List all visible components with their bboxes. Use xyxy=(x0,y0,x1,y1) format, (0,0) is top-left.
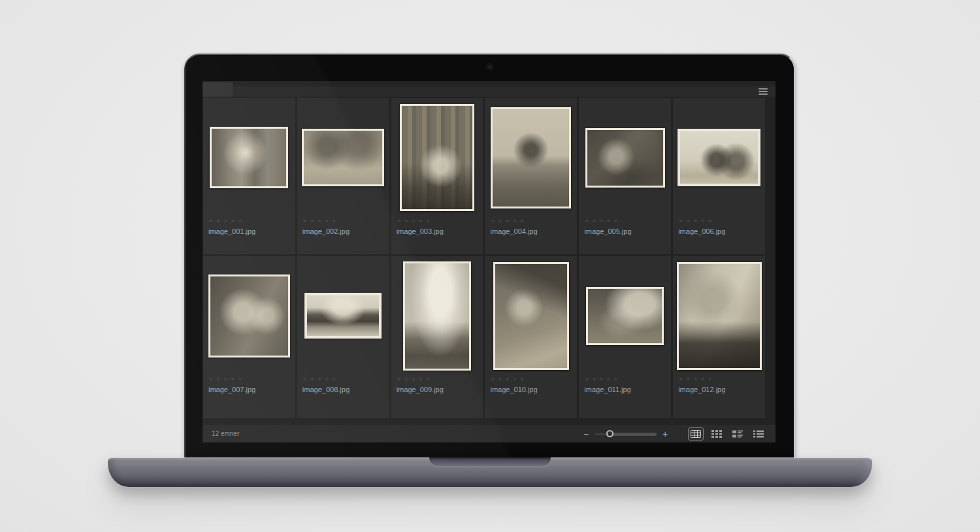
photo-filename: image_010.jpg xyxy=(490,385,577,394)
thumbnail-grid: ★★★★★ image_001.jpg ★★★★★ image_002.jpg … xyxy=(203,97,776,425)
photo-thumbnail[interactable] xyxy=(677,262,762,370)
photo-cell[interactable]: ★★★★★ image_006.jpg xyxy=(673,98,765,254)
grid-view-icon[interactable] xyxy=(688,427,704,441)
photo-cell[interactable]: ★★★★★ image_011.jpg xyxy=(579,256,671,418)
toolbar-strip xyxy=(233,86,776,97)
photo-thumbnail[interactable] xyxy=(678,129,760,186)
photo-cell[interactable]: ★★★★★ image_009.jpg xyxy=(391,256,483,418)
star-rating[interactable]: ★★★★★ xyxy=(397,375,483,384)
window-topbar xyxy=(203,81,776,97)
list-view-icon[interactable] xyxy=(751,427,766,441)
menu-icon[interactable] xyxy=(759,88,768,95)
base-notch xyxy=(429,457,551,467)
photo-thumbnail[interactable] xyxy=(400,104,474,211)
status-bar: 12 emner − + xyxy=(203,425,776,442)
photo-thumbnail[interactable] xyxy=(210,127,288,188)
thumbnail-size-slider[interactable] xyxy=(595,429,657,439)
slider-knob[interactable] xyxy=(606,430,613,437)
star-rating[interactable]: ★★★★★ xyxy=(678,217,765,225)
photo-filename: image_009.jpg xyxy=(397,385,483,394)
star-rating[interactable]: ★★★★★ xyxy=(208,217,295,225)
star-rating[interactable]: ★★★★★ xyxy=(208,375,295,384)
photo-browser-window: ★★★★★ image_001.jpg ★★★★★ image_002.jpg … xyxy=(203,81,776,442)
zoom-out-button[interactable]: − xyxy=(581,429,591,439)
photo-cell[interactable]: ★★★★★ image_001.jpg xyxy=(203,98,295,254)
photo-thumbnail[interactable] xyxy=(403,261,471,371)
photo-thumbnail[interactable] xyxy=(304,293,382,339)
thumbnail-view-icon[interactable] xyxy=(709,427,725,441)
photo-filename: image_006.jpg xyxy=(678,227,765,236)
photo-cell[interactable]: ★★★★★ image_002.jpg xyxy=(297,98,389,254)
photo-thumbnail[interactable] xyxy=(493,262,569,370)
star-rating[interactable]: ★★★★★ xyxy=(584,375,671,384)
photo-cell[interactable]: ★★★★★ image_003.jpg xyxy=(391,98,483,254)
webcam-icon xyxy=(487,64,493,69)
photo-cell[interactable]: ★★★★★ image_010.jpg xyxy=(485,256,577,418)
zoom-in-button[interactable]: + xyxy=(661,429,670,439)
star-rating[interactable]: ★★★★★ xyxy=(302,375,389,384)
photo-thumbnail[interactable] xyxy=(491,107,571,208)
star-rating[interactable]: ★★★★★ xyxy=(490,375,577,384)
item-count-label: 12 emner xyxy=(212,430,239,437)
photo-cell[interactable]: ★★★★★ image_005.jpg xyxy=(579,98,671,254)
photo-filename: image_002.jpg xyxy=(302,227,389,236)
star-rating[interactable]: ★★★★★ xyxy=(584,217,671,225)
photo-filename: image_011.jpg xyxy=(584,385,671,394)
photo-filename: image_005.jpg xyxy=(584,227,671,236)
star-rating[interactable]: ★★★★★ xyxy=(397,217,483,225)
laptop-base xyxy=(108,457,872,487)
photo-filename: image_001.jpg xyxy=(208,227,295,236)
photo-thumbnail[interactable] xyxy=(208,274,290,357)
photo-filename: image_003.jpg xyxy=(397,227,483,236)
photo-filename: image_004.jpg xyxy=(490,227,577,236)
photo-thumbnail[interactable] xyxy=(585,128,665,188)
star-rating[interactable]: ★★★★★ xyxy=(678,375,765,384)
star-rating[interactable]: ★★★★★ xyxy=(302,217,389,225)
photo-cell[interactable]: ★★★★★ image_008.jpg xyxy=(297,256,389,418)
photo-cell[interactable]: ★★★★★ image_012.jpg xyxy=(673,256,765,418)
window-tab[interactable] xyxy=(203,82,233,97)
laptop-screen: ★★★★★ image_001.jpg ★★★★★ image_002.jpg … xyxy=(184,54,796,459)
detail-view-icon[interactable] xyxy=(730,427,745,441)
slider-fill xyxy=(610,433,657,436)
view-mode-switcher xyxy=(683,427,766,441)
photo-cell[interactable]: ★★★★★ image_007.jpg xyxy=(203,256,295,418)
photo-cell[interactable]: ★★★★★ image_004.jpg xyxy=(485,98,577,254)
photo-thumbnail[interactable] xyxy=(302,129,384,186)
zoom-and-view-controls: − + xyxy=(581,427,766,441)
photo-filename: image_007.jpg xyxy=(208,385,295,394)
photo-filename: image_008.jpg xyxy=(302,385,389,394)
star-rating[interactable]: ★★★★★ xyxy=(490,217,577,225)
photo-filename: image_012.jpg xyxy=(678,385,765,394)
photo-thumbnail[interactable] xyxy=(586,287,664,345)
